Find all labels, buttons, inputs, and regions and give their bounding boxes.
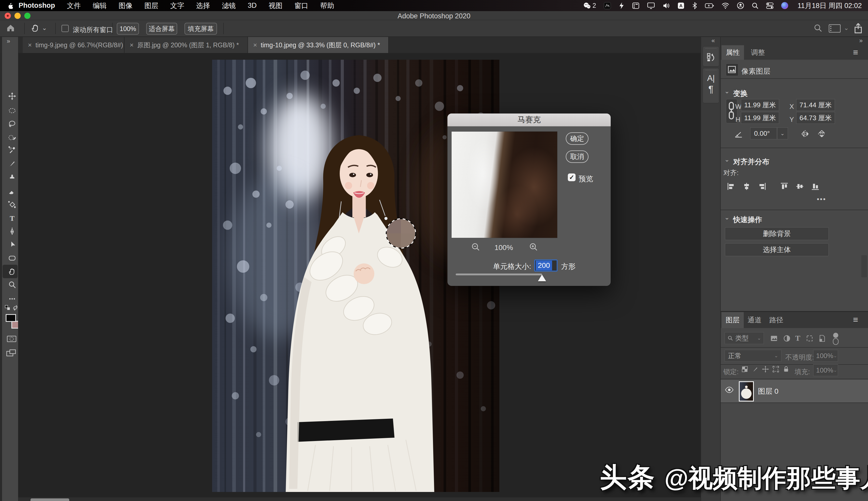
tab-layers[interactable]: 图层: [722, 312, 744, 328]
tab-timg-10-active[interactable]: × timg-10.jpeg @ 33.3% (图层 0, RGB/8#) *: [248, 37, 389, 53]
align-bottom-icon[interactable]: [811, 182, 820, 191]
tab-channels[interactable]: 通道: [744, 312, 766, 328]
chevron-down-icon[interactable]: ⌄: [844, 24, 849, 32]
hand-tool-options-icon[interactable]: [31, 23, 40, 33]
search-icon[interactable]: [814, 24, 823, 33]
select-subject-button[interactable]: 选择主体: [725, 243, 829, 256]
flash-status-icon[interactable]: [619, 2, 624, 9]
rotation-dropdown[interactable]: ⌄: [777, 127, 788, 139]
history-panel-icon[interactable]: [703, 52, 719, 63]
cell-size-slider-thumb[interactable]: [538, 275, 546, 281]
brush-tool-icon[interactable]: [8, 159, 17, 168]
wechat-icon[interactable]: 2: [583, 2, 596, 9]
character-panel-icon[interactable]: A|: [703, 73, 719, 83]
align-top-icon[interactable]: [780, 182, 789, 191]
edit-toolbar-icon[interactable]: [8, 295, 17, 303]
hand-tool-icon[interactable]: [8, 267, 17, 276]
user-account-icon[interactable]: [737, 2, 744, 9]
collapse-dock-icon[interactable]: »: [859, 37, 862, 44]
chevron-down-icon[interactable]: ⌄: [724, 214, 729, 221]
tab-adjustments[interactable]: 调整: [744, 45, 772, 60]
preview-checkbox[interactable]: ✓: [568, 173, 575, 181]
scroll-all-windows-checkbox[interactable]: [62, 25, 69, 32]
filter-toggle[interactable]: [831, 332, 840, 345]
ok-button[interactable]: 确定: [566, 132, 589, 145]
menu-layer[interactable]: 图层: [144, 1, 158, 10]
tab-yuantu[interactable]: × 原图.jpg @ 200% (图层 1, RGB/8) *: [124, 37, 248, 53]
zoom-out-icon[interactable]: [471, 243, 481, 252]
eyedropper-tool-icon[interactable]: [8, 146, 17, 154]
app-status-icon[interactable]: [604, 2, 611, 9]
object-selection-tool-icon[interactable]: [8, 133, 17, 142]
lasso-tool-icon[interactable]: [8, 119, 17, 128]
display-icon[interactable]: [647, 2, 655, 9]
mosaic-selection[interactable]: [386, 218, 416, 248]
filter-smart-objects-icon[interactable]: [818, 334, 826, 342]
lock-transparency-icon[interactable]: [741, 365, 749, 373]
move-tool-icon[interactable]: [8, 92, 17, 100]
menu-3d[interactable]: 3D: [248, 2, 257, 10]
close-icon[interactable]: ×: [253, 41, 257, 49]
quick-mask-icon[interactable]: [7, 335, 17, 343]
paragraph-panel-icon[interactable]: ¶: [703, 84, 719, 95]
filter-shape-layers-icon[interactable]: [805, 334, 814, 342]
tab-paths[interactable]: 路径: [766, 312, 787, 328]
x-field[interactable]: 71.44 厘米: [796, 99, 835, 111]
tab-timg-9[interactable]: × timg-9.jpeg @ 66.7%(RGB/8#): [23, 37, 124, 53]
menu-file[interactable]: 文件: [67, 1, 81, 10]
align-more-dots[interactable]: •••: [817, 195, 826, 203]
share-icon[interactable]: [853, 23, 863, 34]
flip-horizontal-icon[interactable]: [800, 129, 810, 139]
home-icon[interactable]: [6, 23, 15, 33]
panel-menu-icon[interactable]: ≡: [853, 315, 858, 325]
control-center-icon[interactable]: [766, 2, 773, 9]
keyboard-settings-icon[interactable]: [632, 2, 639, 9]
y-field[interactable]: 64.73 厘米: [796, 112, 835, 124]
close-icon[interactable]: ×: [28, 41, 32, 49]
filter-type-layers-icon[interactable]: T: [795, 334, 800, 342]
layer-thumbnail[interactable]: [739, 381, 754, 402]
chevron-down-icon[interactable]: ⌄: [724, 88, 729, 95]
menu-help[interactable]: 帮助: [320, 1, 334, 10]
battery-icon[interactable]: [705, 3, 714, 9]
spotlight-search-icon[interactable]: [752, 2, 758, 9]
screen-mode-icon[interactable]: [6, 349, 17, 358]
cancel-button[interactable]: 取消: [566, 150, 589, 163]
layer-name[interactable]: 图层 0: [758, 386, 778, 396]
fill-field[interactable]: 100%⌄: [813, 364, 838, 376]
scrollbar[interactable]: [861, 255, 867, 277]
menu-app-name[interactable]: Photoshop: [19, 2, 55, 10]
quick-actions-header[interactable]: 快速操作: [733, 215, 762, 225]
align-center-vertical-icon[interactable]: [795, 182, 804, 191]
menu-type[interactable]: 文字: [170, 1, 184, 10]
dialog-title[interactable]: 马赛克: [448, 114, 611, 126]
zoom-tool-icon[interactable]: [8, 280, 17, 289]
eraser-tool-icon[interactable]: [8, 186, 17, 195]
shape-tool-icon[interactable]: [8, 254, 17, 263]
remove-background-button[interactable]: 删除背景: [725, 227, 829, 240]
fit-screen-button[interactable]: 适合屏幕: [146, 23, 177, 35]
pen-tool-icon[interactable]: [8, 227, 17, 236]
zoom-100-button[interactable]: 100%: [117, 23, 139, 35]
marquee-tool-icon[interactable]: [8, 106, 17, 115]
volume-icon[interactable]: [663, 2, 670, 9]
clone-stamp-tool-icon[interactable]: [8, 172, 17, 181]
wifi-icon[interactable]: [722, 3, 729, 9]
rotation-field[interactable]: 0.00°: [750, 127, 777, 139]
collapse-panels-icon[interactable]: «: [712, 37, 715, 44]
lock-position-icon[interactable]: [761, 365, 769, 373]
path-selection-tool-icon[interactable]: [8, 241, 17, 249]
width-field[interactable]: 11.99 厘米: [741, 99, 779, 111]
chevron-down-icon[interactable]: ⌄: [724, 156, 729, 163]
siri-icon[interactable]: [781, 2, 788, 9]
close-icon[interactable]: ×: [130, 41, 134, 49]
cell-size-slider-track[interactable]: [456, 274, 542, 275]
panel-menu-icon[interactable]: ≡: [853, 47, 858, 57]
paint-bucket-tool-icon[interactable]: [8, 200, 17, 209]
menu-edit[interactable]: 编辑: [93, 1, 107, 10]
foreground-color-swatch[interactable]: [6, 314, 16, 322]
lock-pixels-icon[interactable]: [751, 365, 759, 373]
swap-colors-icon[interactable]: [12, 305, 19, 311]
transform-section-header[interactable]: 变换: [733, 89, 748, 98]
flip-vertical-icon[interactable]: [817, 129, 827, 139]
